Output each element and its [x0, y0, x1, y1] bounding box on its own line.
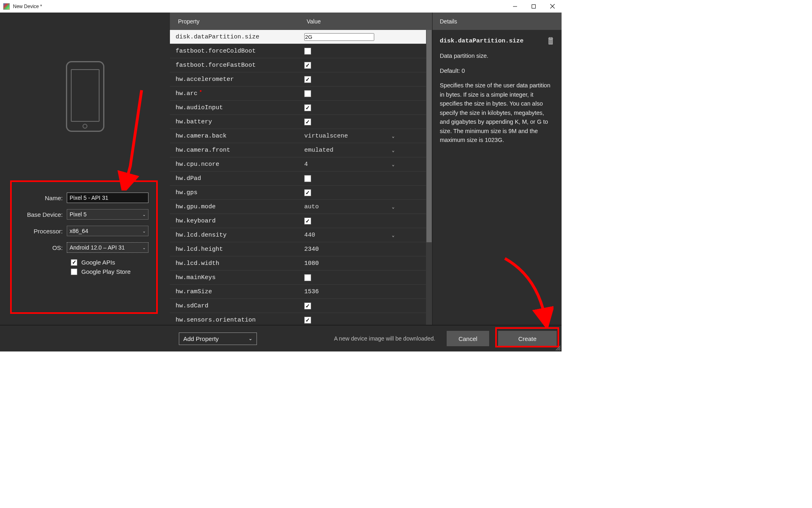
base-device-select[interactable]: Pixel 5⌄ — [67, 209, 148, 220]
property-row[interactable]: hw.lcd.width1080 — [170, 256, 432, 271]
property-row[interactable]: hw.arc — [170, 87, 432, 101]
property-value-cell[interactable]: ✓ — [299, 104, 432, 111]
close-button[interactable] — [543, 0, 562, 13]
property-value-cell[interactable]: 4⌄ — [299, 159, 432, 169]
property-row[interactable]: hw.sdCard✓ — [170, 299, 432, 313]
value-checkbox[interactable]: ✓ — [304, 189, 311, 196]
property-value-cell[interactable]: ✓ — [299, 317, 432, 324]
google-apis-checkbox[interactable]: ✓ — [71, 259, 77, 266]
os-label: OS: — [14, 244, 67, 251]
value-checkbox[interactable] — [304, 274, 311, 281]
property-name-cell: hw.lcd.height — [170, 246, 299, 253]
property-value-cell[interactable]: emulated⌄ — [299, 145, 432, 155]
property-value-cell[interactable] — [299, 48, 432, 55]
value-checkbox[interactable]: ✓ — [304, 317, 311, 324]
details-p1: Data partition size. — [440, 51, 554, 60]
value-select[interactable]: virtualscene⌄ — [304, 131, 399, 141]
value-checkbox[interactable] — [304, 90, 311, 97]
phone-illustration — [66, 61, 104, 132]
value-checkbox[interactable]: ✓ — [304, 303, 311, 309]
property-value-cell[interactable]: auto⌄ — [299, 201, 432, 212]
property-value-cell[interactable] — [299, 175, 432, 182]
property-value-cell[interactable]: 2340 — [299, 246, 432, 253]
value-checkbox[interactable] — [304, 48, 311, 55]
property-name-cell: hw.dPad — [170, 175, 299, 182]
property-name-cell: hw.camera.back — [170, 133, 299, 140]
play-store-label: Google Play Store — [81, 268, 131, 275]
value-select[interactable]: 4⌄ — [304, 159, 399, 169]
property-row[interactable]: hw.gpu.modeauto⌄ — [170, 200, 432, 214]
value-checkbox[interactable] — [304, 175, 311, 182]
property-value-cell[interactable]: 440⌄ — [299, 230, 432, 240]
property-name-cell: hw.cpu.ncore — [170, 161, 299, 168]
google-apis-label: Google APIs — [81, 259, 115, 266]
maximize-button[interactable] — [524, 0, 543, 13]
property-name-cell: hw.gps — [170, 189, 299, 196]
annotation-arrow-left — [113, 85, 154, 190]
value-checkbox[interactable]: ✓ — [304, 76, 311, 83]
property-value-cell[interactable]: ✓ — [299, 189, 432, 196]
scrollbar[interactable] — [426, 30, 432, 325]
property-row[interactable]: hw.camera.backvirtualscene⌄ — [170, 129, 432, 143]
property-row[interactable]: hw.gps✓ — [170, 186, 432, 200]
property-name-cell: disk.dataPartition.size — [170, 34, 299, 40]
property-value-cell[interactable]: virtualscene⌄ — [299, 131, 432, 141]
svg-rect-1 — [532, 4, 536, 8]
property-name-cell: hw.ramSize — [170, 288, 299, 295]
property-row[interactable]: hw.camera.frontemulated⌄ — [170, 143, 432, 157]
property-value-cell[interactable]: ✓ — [299, 119, 432, 125]
property-row[interactable]: fastboot.forceColdBoot — [170, 44, 432, 58]
resize-grip[interactable] — [555, 345, 561, 351]
os-select[interactable]: Android 12.0 – API 31⌄ — [67, 242, 148, 253]
property-value-cell[interactable]: ✓ — [299, 218, 432, 224]
property-row[interactable]: hw.battery✓ — [170, 115, 432, 129]
property-name-cell: hw.sensors.orientation — [170, 317, 299, 324]
property-row[interactable]: hw.lcd.density440⌄ — [170, 228, 432, 242]
property-name-cell: hw.accelerometer — [170, 76, 299, 83]
property-row[interactable]: hw.keyboard✓ — [170, 214, 432, 228]
property-row[interactable]: hw.accelerometer✓ — [170, 72, 432, 87]
property-name-cell: hw.camera.front — [170, 147, 299, 154]
property-value-cell[interactable] — [299, 274, 432, 281]
property-row[interactable]: hw.dPad — [170, 171, 432, 186]
name-label: Name: — [14, 195, 67, 201]
property-row[interactable]: fastboot.forceFastBoot✓ — [170, 58, 432, 72]
property-row[interactable]: hw.cpu.ncore4⌄ — [170, 157, 432, 171]
delete-property-button[interactable] — [547, 36, 554, 45]
property-value-cell[interactable] — [299, 33, 432, 41]
value-checkbox[interactable]: ✓ — [304, 119, 311, 125]
value-select[interactable]: 440⌄ — [304, 230, 399, 240]
property-row[interactable]: disk.dataPartition.size — [170, 30, 432, 44]
cancel-button[interactable]: Cancel — [447, 331, 489, 346]
details-p2: Default: 0 — [440, 66, 554, 75]
value-checkbox[interactable]: ✓ — [304, 104, 311, 111]
property-value-cell[interactable]: 1080 — [299, 260, 432, 267]
value-checkbox[interactable]: ✓ — [304, 62, 311, 69]
column-header-value[interactable]: Value — [299, 18, 432, 25]
value-select[interactable]: auto⌄ — [304, 201, 399, 212]
property-row[interactable]: hw.lcd.height2340 — [170, 242, 432, 256]
value-select[interactable]: emulated⌄ — [304, 145, 399, 155]
property-value-cell[interactable]: ✓ — [299, 303, 432, 309]
property-value-cell[interactable]: 1536 — [299, 288, 432, 295]
add-property-select[interactable]: Add Property⌄ — [179, 332, 257, 345]
footer-status-message: A new device image will be downloaded. — [334, 335, 435, 342]
property-value-cell[interactable] — [299, 90, 432, 97]
value-input[interactable] — [304, 33, 374, 41]
processor-select[interactable]: x86_64⌄ — [67, 226, 148, 236]
name-input[interactable] — [67, 193, 148, 203]
property-grid-panel: Property Value disk.dataPartition.sizefa… — [170, 13, 432, 325]
property-row[interactable]: hw.sensors.orientation✓ — [170, 313, 432, 325]
property-name-cell: hw.mainKeys — [170, 274, 299, 281]
property-row[interactable]: hw.mainKeys — [170, 271, 432, 285]
play-store-checkbox[interactable] — [71, 269, 77, 275]
column-header-property[interactable]: Property — [170, 18, 299, 25]
property-value-cell[interactable]: ✓ — [299, 62, 432, 69]
property-row[interactable]: hw.audioInput✓ — [170, 101, 432, 115]
details-property-name: disk.dataPartition.size — [440, 36, 543, 46]
property-value-cell[interactable]: ✓ — [299, 76, 432, 83]
value-checkbox[interactable]: ✓ — [304, 218, 311, 224]
create-button[interactable]: Create — [498, 331, 557, 346]
property-row[interactable]: hw.ramSize1536 — [170, 285, 432, 299]
minimize-button[interactable] — [506, 0, 524, 13]
